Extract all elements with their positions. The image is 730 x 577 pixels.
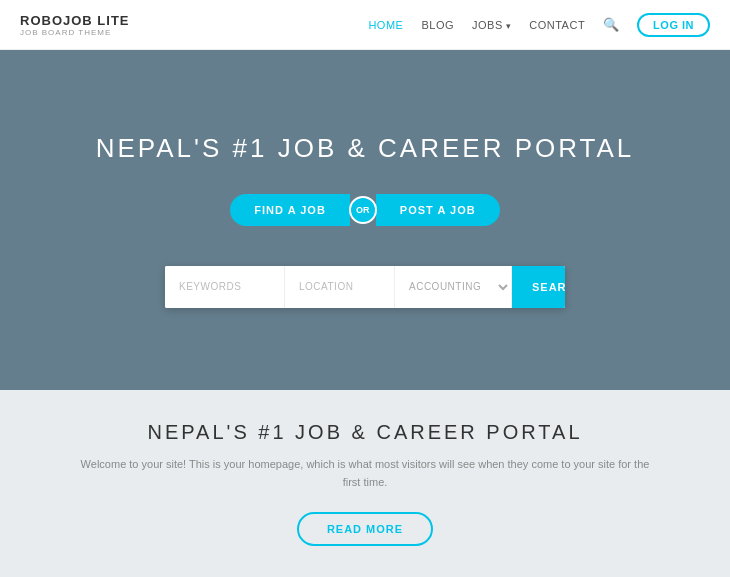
logo-sub: JOB BOARD THEME xyxy=(20,28,130,37)
main-nav: HOME BLOG JOBS CONTACT 🔍 LOG IN xyxy=(368,13,710,37)
read-more-button[interactable]: READ MORE xyxy=(297,512,433,546)
bottom-section: NEPAL'S #1 JOB & CAREER PORTAL Welcome t… xyxy=(0,390,730,577)
bottom-title: NEPAL'S #1 JOB & CAREER PORTAL xyxy=(147,421,582,444)
keywords-input[interactable] xyxy=(165,266,285,308)
nav-contact[interactable]: CONTACT xyxy=(529,19,585,31)
search-bar: ACCOUNTING ENGINEERING MARKETING DESIGN … xyxy=(165,266,565,308)
nav-jobs[interactable]: JOBS xyxy=(472,19,511,31)
nav-home[interactable]: HOME xyxy=(368,19,403,31)
logo-title: ROBOJOB LITE xyxy=(20,13,130,28)
hero-content: NEPAL'S #1 JOB & CAREER PORTAL FIND A JO… xyxy=(0,133,730,308)
location-input[interactable] xyxy=(285,266,395,308)
bottom-description: Welcome to your site! This is your homep… xyxy=(75,456,655,491)
hero-title: NEPAL'S #1 JOB & CAREER PORTAL xyxy=(96,133,635,164)
nav-blog[interactable]: BLOG xyxy=(421,19,454,31)
hero-section: NEPAL'S #1 JOB & CAREER PORTAL FIND A JO… xyxy=(0,0,730,390)
logo: ROBOJOB LITE JOB BOARD THEME xyxy=(20,13,130,37)
or-badge: OR xyxy=(349,196,377,224)
header: ROBOJOB LITE JOB BOARD THEME HOME BLOG J… xyxy=(0,0,730,50)
search-button[interactable]: SEARCH xyxy=(512,266,565,308)
login-button[interactable]: LOG IN xyxy=(637,13,710,37)
find-job-button[interactable]: FIND A JOB xyxy=(230,194,350,226)
search-icon[interactable]: 🔍 xyxy=(603,17,619,32)
cta-buttons: FIND A JOB OR POST A JOB xyxy=(230,194,499,226)
category-select[interactable]: ACCOUNTING ENGINEERING MARKETING DESIGN … xyxy=(395,266,512,308)
post-job-button[interactable]: POST A JOB xyxy=(376,194,500,226)
